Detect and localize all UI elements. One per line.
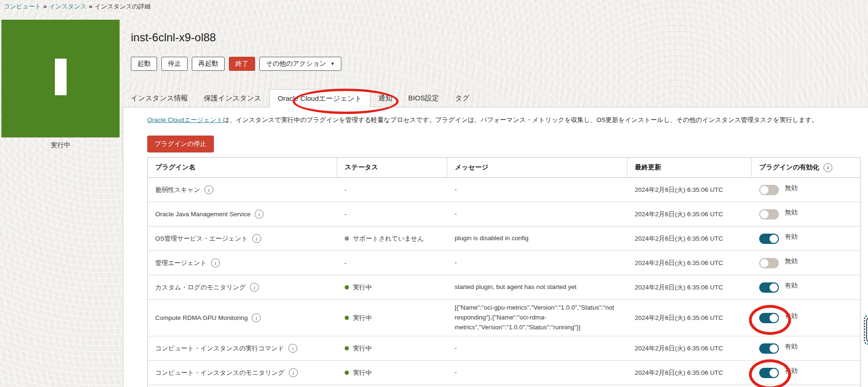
tab-instance-information[interactable]: インスタンス情報 [123, 89, 196, 107]
column-header-label: プラグインの有効化 [759, 163, 819, 171]
start-label: 起動 [137, 60, 151, 68]
last-updated: 2024年2月6日(火) 6:35:06 UTC [627, 275, 752, 300]
plugin-name: OS管理サービス・エージェント [155, 235, 248, 243]
reboot-label: 再起動 [198, 60, 218, 68]
plugin-toggle[interactable] [759, 282, 779, 293]
status-text: 実行中 [353, 314, 372, 321]
plugin-name: コンピュート・インスタンスの実行コマンド [155, 344, 284, 353]
column-header: プラグイン名 [148, 158, 337, 178]
agent-description-text: は、インスタンスで実行中のプラグインを管理する軽量なプロセスです。プラグインは、… [223, 116, 818, 123]
info-icon[interactable]: i [252, 234, 261, 243]
column-header-label: プラグイン名 [155, 163, 196, 171]
breadcrumb-item-compute[interactable]: コンピュート [4, 3, 41, 10]
last-updated: 2024年2月6日(火) 6:35:06 UTC [627, 251, 752, 275]
plugin-toggle[interactable] [759, 209, 779, 220]
plugin-table-body: 脆弱性スキャンi - - 2024年2月6日(火) 6:35:06 UTC 無効… [148, 178, 860, 387]
toggle-knob [760, 259, 769, 267]
toggle-knob [760, 186, 769, 194]
more-actions-label: その他のアクション [266, 60, 326, 68]
table-row: 管理エージェントi - - 2024年2月6日(火) 6:35:06 UTC 無… [148, 251, 860, 275]
column-header-label: メッセージ [455, 163, 488, 171]
start-button[interactable]: 起動 [131, 57, 157, 71]
caret-down-icon: ▼ [331, 62, 335, 66]
plugin-toggle[interactable] [759, 234, 779, 244]
status-dot [345, 346, 349, 350]
plugin-name: Compute RDMA GPU Monitoring [155, 314, 248, 321]
status-text: サポートされていません [353, 235, 424, 242]
breadcrumb-item-instances[interactable]: インスタンス [49, 3, 87, 10]
last-updated: 2024年2月6日(火) 6:35:06 UTC [627, 202, 752, 227]
plugin-toggle[interactable] [759, 368, 779, 378]
table-row: カスタム・ログのモニタリングi 実行中 started plugin, but … [148, 275, 860, 300]
tab-tags[interactable]: タグ [447, 89, 477, 107]
info-icon[interactable]: i [288, 344, 297, 353]
plugin-name: 脆弱性スキャン [155, 186, 200, 194]
toggle-knob [770, 283, 778, 292]
tab-notifications[interactable]: 通知 [370, 89, 400, 107]
last-updated: 2024年2月6日(火) 6:35:06 UTC [627, 178, 752, 202]
terminate-button[interactable]: 終了 [229, 57, 255, 71]
table-row: OS管理サービス・エージェントi サポートされていません plugin is d… [148, 227, 860, 251]
plugin-name: Oracle Java Management Service [155, 211, 250, 218]
toggle-knob [770, 344, 778, 353]
status-text: 実行中 [353, 284, 372, 291]
status-dot [345, 371, 349, 375]
reboot-button[interactable]: 再起動 [192, 57, 225, 71]
info-icon[interactable]: i [204, 185, 213, 194]
oracle-cloud-agent-link[interactable]: Oracle Cloudエージェント [147, 116, 223, 123]
breadcrumb-separator: » [89, 3, 92, 10]
toggle-state-label: 有効 [785, 312, 798, 319]
table-row: コンピュート・インスタンスのモニタリングi 実行中 - 2024年2月6日(火)… [148, 361, 860, 385]
plugin-toggle[interactable] [759, 258, 779, 268]
toggle-state-label: 有効 [785, 367, 798, 374]
info-icon[interactable]: i [255, 210, 264, 219]
stop-label: 停止 [168, 60, 181, 68]
last-updated: 2024年2月6日(火) 6:35:06 UTC [627, 336, 752, 361]
status-dot [345, 285, 349, 289]
avatar-letter-i [55, 59, 67, 95]
column-header-label: 最終更新 [635, 163, 661, 171]
table-row: Oracle Java Management Servicei - - 2024… [148, 202, 860, 227]
info-icon[interactable]: i [252, 313, 261, 322]
tab-bios-settings[interactable]: BIOS設定 [400, 89, 447, 107]
feedback-flyout-button[interactable] [864, 315, 868, 345]
tab-shielded-instance[interactable]: 保護インスタンス [196, 89, 269, 107]
message-text: started plugin, but agent has not starte… [447, 275, 627, 300]
last-updated: 2024年2月6日(火) 6:35:06 UTC [627, 300, 752, 336]
info-icon[interactable]: i [250, 283, 259, 292]
toggle-state-label: 無効 [785, 209, 798, 216]
toggle-knob [770, 369, 778, 377]
info-icon[interactable]: i [289, 368, 298, 377]
toggle-knob [770, 235, 778, 243]
table-row: 脆弱性スキャンi - - 2024年2月6日(火) 6:35:06 UTC 無効 [148, 178, 860, 202]
message-text: - [447, 202, 627, 227]
info-icon[interactable]: i [211, 258, 220, 267]
status-dot [345, 236, 349, 241]
plugin-toggle[interactable] [759, 343, 779, 354]
column-header: 最終更新 [627, 158, 752, 178]
column-header-label: ステータス [345, 163, 378, 171]
more-actions-button[interactable]: その他のアクション▼ [259, 57, 341, 71]
status-dot [345, 316, 349, 320]
agent-description: Oracle Cloudエージェントは、インスタンスで実行中のプラグインを管理す… [147, 116, 841, 124]
table-row: コンピュート・インスタンスの実行コマンドi 実行中 - 2024年2月6日(火)… [148, 336, 860, 361]
tab-oracle-cloud-agent[interactable]: Oracle Cloudエージェント [269, 89, 370, 107]
plugin-table: プラグイン名ステータスメッセージ最終更新プラグインの有効化i 脆弱性スキャンi … [147, 157, 860, 387]
toggle-knob [770, 314, 778, 322]
plugin-table-header-row: プラグイン名ステータスメッセージ最終更新プラグインの有効化i [148, 158, 860, 178]
terminate-label: 終了 [235, 60, 249, 68]
page-title: inst-6clnl-x9-ol88 [131, 31, 216, 44]
plugin-toggle[interactable] [759, 313, 779, 323]
stop-button[interactable]: 停止 [161, 57, 188, 71]
toggle-knob [760, 210, 769, 219]
info-icon[interactable]: i [823, 163, 832, 172]
column-header: ステータス [337, 158, 447, 178]
message-text: plugin is disabled in config [447, 227, 627, 251]
stop-plugins-button[interactable]: プラグインの停止 [147, 136, 214, 152]
toggle-state-label: 無効 [785, 258, 798, 265]
last-updated: 2024年2月6日(火) 6:35:06 UTC [627, 227, 752, 251]
plugin-toggle[interactable] [759, 185, 779, 195]
message-text: - [447, 361, 627, 385]
breadcrumb: コンピュート»インスタンス»インスタンスの詳細 [4, 2, 151, 11]
oracle-cloud-agent-panel: Oracle Cloudエージェントは、インスタンスで実行中のプラグインを管理す… [123, 107, 868, 387]
